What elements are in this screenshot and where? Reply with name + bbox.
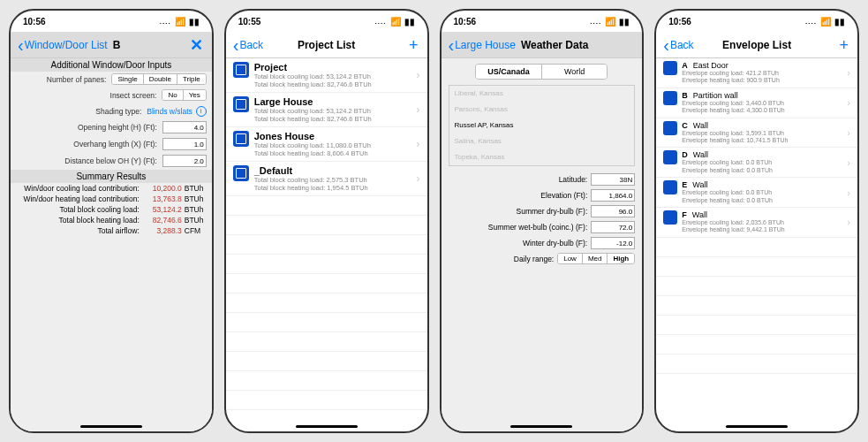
overhang-length-input[interactable]	[162, 138, 207, 150]
project-icon	[233, 131, 249, 147]
distance-below-input[interactable]	[162, 155, 207, 167]
envelope-icon	[663, 61, 677, 75]
edit-icon[interactable]: ✕	[190, 37, 203, 53]
weather-input[interactable]	[591, 189, 635, 202]
opening-height-input[interactable]	[162, 121, 207, 133]
weather-field: Summer dry-bulb (F):	[442, 203, 643, 219]
project-item[interactable]: ProjectTotal block cooling load: 53,124.…	[226, 58, 427, 93]
info-icon[interactable]: i	[196, 106, 207, 117]
project-icon	[233, 62, 249, 78]
nav-bar: Back Project List +	[226, 32, 427, 58]
chevron-right-icon: ›	[847, 217, 850, 227]
envelope-item[interactable]: FWallEnvelope cooling load: 2,035.6 BTUh…	[656, 208, 857, 238]
project-item[interactable]: Large HouseTotal block cooling load: 53,…	[226, 93, 427, 127]
phone-envelope-list: 10:56 ....📶▮▮ Back Envelope List + AEast…	[654, 9, 859, 433]
status-bar: 10:56 ....📶▮▮	[656, 11, 857, 32]
envelope-item[interactable]: AEast DoorEnvelope cooling load: 421.2 B…	[656, 58, 857, 88]
shade-value[interactable]: Blinds w/slats	[147, 107, 192, 116]
envelope-item[interactable]: CWallEnvelope cooling load: 3,599.1 BTUh…	[656, 118, 857, 149]
shade-label: Shading type:	[16, 107, 147, 116]
summary-row: Win/door cooling load contribution:10,20…	[11, 183, 212, 194]
picker-row[interactable]: Russel AP, Kansas	[449, 118, 635, 133]
status-bar: 10:56 ....📶▮▮	[442, 11, 643, 32]
add-button[interactable]: +	[839, 37, 849, 53]
chevron-right-icon: ›	[847, 127, 850, 138]
phone-weather-data: 10:56 ....📶▮▮ Large House Weather Data U…	[440, 9, 645, 433]
clock: 10:56	[23, 17, 46, 27]
add-button[interactable]: +	[409, 37, 419, 53]
nav-bar: Large House Weather Data	[442, 32, 643, 58]
weather-field: Elevation (Ft):	[442, 187, 643, 203]
project-item[interactable]: _DefaultTotal block cooling load: 2,575.…	[226, 162, 427, 196]
phone-window-inputs: 10:56 ....📶▮▮ Window/Door List B ✕ Addit…	[9, 9, 214, 433]
screen-label: Insect screen:	[16, 91, 162, 100]
chevron-right-icon: ›	[417, 172, 420, 185]
envelope-item[interactable]: DWallEnvelope cooling load: 0.0 BTUhEnve…	[656, 148, 857, 178]
weather-field: Summer wet-bulb (coinc.) (F):	[442, 219, 643, 235]
picker-row[interactable]: Liberal, Kansas	[449, 86, 635, 102]
weather-input[interactable]	[591, 205, 635, 217]
signal-icon: ....	[375, 18, 387, 26]
location-picker[interactable]: Liberal, KansasParsons, KansasRussel AP,…	[449, 85, 636, 166]
opening-height-label: Opening height (H) (Ft):	[16, 123, 162, 132]
wifi-icon: 📶	[175, 17, 185, 27]
envelope-icon	[663, 210, 677, 225]
back-button[interactable]: Back	[233, 39, 263, 51]
weather-input[interactable]	[591, 221, 635, 233]
wifi-icon: 📶	[820, 17, 831, 27]
page-title: Weather Data	[521, 39, 588, 51]
status-bar: 10:55 ....📶▮▮	[226, 11, 427, 32]
summary-row: Total block heating load:82,746.6BTUh	[11, 215, 212, 225]
wifi-icon: 📶	[390, 17, 401, 27]
battery-icon: ▮▮	[404, 17, 415, 27]
wifi-icon: 📶	[605, 17, 615, 27]
clock: 10:56	[454, 17, 477, 27]
envelope-icon	[663, 180, 677, 194]
nav-bar: Window/Door List B ✕	[11, 32, 212, 58]
weather-input[interactable]	[591, 173, 635, 186]
chevron-right-icon: ›	[417, 103, 420, 116]
back-button[interactable]: Back	[663, 39, 693, 51]
home-indicator[interactable]	[510, 425, 572, 428]
chevron-right-icon: ›	[847, 97, 850, 108]
envelope-icon	[663, 121, 677, 135]
envelope-item[interactable]: EWallEnvelope cooling load: 0.0 BTUhEnve…	[656, 178, 857, 208]
chevron-right-icon: ›	[847, 157, 850, 168]
weather-field: Winter dry-bulb (F):	[442, 235, 643, 251]
battery-icon: ▮▮	[189, 17, 200, 27]
chevron-right-icon: ›	[847, 67, 850, 78]
envelope-item[interactable]: BPartition wallEnvelope cooling load: 3,…	[656, 88, 857, 118]
picker-row[interactable]: Parsons, Kansas	[449, 102, 635, 118]
summary-row: Total block cooling load:53,124.2BTUh	[11, 204, 212, 215]
back-button[interactable]: Large House	[449, 39, 516, 51]
summary-row: Win/door heating load contribution:13,76…	[11, 194, 212, 204]
weather-input[interactable]	[591, 237, 635, 249]
envelope-icon	[663, 150, 677, 164]
section-header: Additional Window/Door Inputs	[11, 58, 212, 72]
chevron-right-icon: ›	[417, 138, 420, 150]
picker-row[interactable]: Salina, Kansas	[449, 133, 635, 149]
overhang-length-label: Overhang length (X) (Ft):	[16, 140, 162, 149]
summary-row: Total airflow:3,288.3CFM	[11, 225, 212, 236]
phone-project-list: 10:55 ....📶▮▮ Back Project List + Projec…	[224, 9, 429, 433]
clock: 10:55	[238, 17, 261, 27]
daily-range-segmented[interactable]: LowMedHigh	[557, 253, 635, 264]
picker-row[interactable]: Topeka, Kansas	[449, 149, 635, 165]
project-item[interactable]: Jones HouseTotal block cooling load: 11,…	[226, 127, 427, 162]
home-indicator[interactable]	[726, 425, 788, 428]
signal-icon: ....	[160, 18, 171, 26]
page-title: B	[113, 39, 121, 51]
battery-icon: ▮▮	[834, 17, 845, 27]
home-indicator[interactable]	[80, 425, 142, 428]
section-header: Summary Results	[11, 170, 212, 183]
panes-segmented[interactable]: SingleDoubleTriple	[111, 73, 206, 85]
home-indicator[interactable]	[296, 425, 358, 428]
signal-icon: ....	[590, 18, 601, 26]
battery-icon: ▮▮	[619, 17, 630, 27]
clock: 10:56	[668, 17, 691, 27]
back-button[interactable]: Window/Door List	[18, 39, 108, 51]
envelope-icon	[663, 91, 677, 105]
region-segmented[interactable]: US/CanadaWorld	[475, 64, 608, 80]
chevron-right-icon: ›	[417, 69, 420, 81]
screen-segmented[interactable]: NoYes	[162, 89, 206, 101]
